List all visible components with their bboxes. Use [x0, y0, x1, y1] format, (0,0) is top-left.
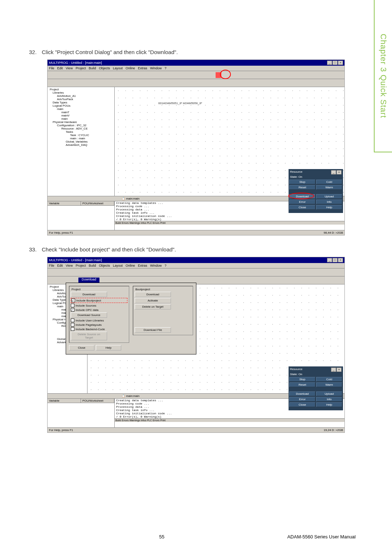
stop-button[interactable]: Stop: [289, 377, 315, 382]
toolbar-btn[interactable]: [55, 269, 62, 276]
tree-item[interactable]: Task : CYCLIC: [48, 134, 114, 137]
delete-on-target-button[interactable]: Delete on Target: [135, 304, 171, 309]
download-boot-button[interactable]: Download: [135, 292, 171, 297]
stop-button[interactable]: Stop: [289, 180, 315, 184]
tree-item[interactable]: Advantech_DAQ: [48, 143, 114, 147]
tree-item[interactable]: mainT: [48, 111, 114, 114]
menu-extras[interactable]: Extras: [138, 264, 147, 267]
close-icon[interactable]: ×: [338, 258, 343, 262]
menu-build[interactable]: Build: [89, 264, 96, 267]
toolbar-btn[interactable]: [110, 72, 117, 78]
download-button[interactable]: Download: [71, 292, 107, 297]
toolbar-btn[interactable]: [85, 80, 91, 86]
minimize-icon[interactable]: _: [331, 368, 336, 372]
menu-view[interactable]: View: [66, 264, 73, 267]
info-button[interactable]: Info: [316, 397, 342, 402]
toolbar-btn[interactable]: [126, 72, 132, 78]
tree-item[interactable]: Project: [48, 88, 114, 91]
menu-extras[interactable]: Extras: [138, 66, 147, 70]
toolbar-btn[interactable]: [55, 277, 62, 284]
download-button[interactable]: Download: [289, 391, 315, 396]
pou-col[interactable]: POU/Worksheet: [81, 399, 114, 403]
toolbar-btn[interactable]: [142, 72, 148, 78]
error-button[interactable]: Error: [289, 200, 315, 204]
pou-col[interactable]: POU/Worksheet: [81, 201, 114, 205]
project-control-dialog-button[interactable]: [215, 72, 222, 78]
maximize-icon[interactable]: □: [332, 258, 338, 262]
upload-button[interactable]: Upload: [316, 391, 342, 396]
close-icon[interactable]: ×: [336, 368, 342, 372]
close-button[interactable]: Close: [289, 402, 315, 407]
editor-canvas[interactable]: 001ADAM5051_8* ADAM5056_8* Resource _× S…: [115, 87, 344, 196]
download-file-button[interactable]: Download File: [135, 327, 171, 333]
include-pagelayouts-checkbox[interactable]: Include Pagelayouts: [71, 323, 127, 327]
include-sources-checkbox[interactable]: Include Sources: [71, 304, 127, 307]
activate-button[interactable]: Activate: [135, 298, 171, 303]
toolbar-btn[interactable]: [78, 72, 85, 78]
help-button[interactable]: Help: [96, 345, 121, 350]
close-icon[interactable]: ×: [336, 170, 342, 175]
include-backend-checkbox[interactable]: Include Backend-Code: [71, 327, 127, 331]
help-button[interactable]: Help: [316, 402, 342, 407]
minimize-icon[interactable]: _: [327, 61, 332, 65]
menu-online[interactable]: Online: [126, 264, 135, 267]
toolbar-btn[interactable]: [62, 72, 69, 78]
toolbar-btn[interactable]: [133, 72, 139, 78]
menu-online[interactable]: Online: [126, 66, 135, 70]
menu-view[interactable]: View: [66, 66, 73, 70]
menu-objects[interactable]: Objects: [99, 66, 110, 70]
tree-item[interactable]: Global_Variables: [48, 140, 114, 143]
toolbar-btn[interactable]: [69, 80, 75, 86]
toolbar-btn[interactable]: [101, 72, 107, 78]
error-button[interactable]: Error: [289, 397, 315, 402]
menu-help[interactable]: ?: [165, 264, 167, 267]
project-tree[interactable]: Project Libraries AdvMotion_A1 AdvTooPac…: [48, 87, 115, 196]
toolbar-btn[interactable]: [176, 72, 183, 78]
toolbar-btn[interactable]: [206, 72, 213, 78]
close-button[interactable]: Close: [69, 345, 94, 350]
menu-layout[interactable]: Layout: [113, 264, 123, 267]
toolbar-btn[interactable]: [48, 80, 55, 86]
menu-layout[interactable]: Layout: [113, 66, 123, 70]
reset-button[interactable]: Reset: [289, 382, 315, 387]
toolbar-btn[interactable]: [62, 80, 69, 86]
warm-button[interactable]: Warm: [316, 185, 342, 190]
tree-item[interactable]: mainV: [48, 114, 114, 117]
toolbar-btn[interactable]: [48, 269, 55, 276]
variable-col[interactable]: Variable: [48, 399, 81, 403]
toolbar-btn[interactable]: [199, 72, 206, 78]
tree-item[interactable]: Resource : ADV_CE: [48, 127, 114, 130]
output-tabs[interactable]: Build Errors Warnings Infos PLC Errors P…: [115, 221, 344, 225]
toolbar-btn[interactable]: [71, 72, 78, 78]
output-tabs[interactable]: Build Errors Warnings Infos PLC Errors P…: [115, 418, 344, 422]
toolbar-btn[interactable]: [156, 72, 162, 78]
toolbar-btn[interactable]: [185, 72, 192, 78]
tree-item[interactable]: AdvTooPack: [48, 98, 114, 101]
tree-item[interactable]: AdvMotion_A1: [48, 94, 114, 98]
upload-button[interactable]: Upload: [316, 194, 342, 199]
minimize-icon[interactable]: _: [327, 258, 332, 262]
include-opc-checkbox[interactable]: Include OPC data: [71, 308, 127, 312]
menu-project[interactable]: Project: [75, 264, 86, 267]
help-button[interactable]: Help: [316, 205, 342, 210]
toolbar-btn[interactable]: [87, 72, 94, 78]
toolbar-btn[interactable]: [94, 72, 101, 78]
include-userlib-checkbox[interactable]: Include User-Libraries: [71, 319, 127, 322]
download-source-button[interactable]: Download Source: [71, 312, 107, 318]
toolbar-btn[interactable]: [55, 80, 62, 86]
menu-edit[interactable]: Edit: [57, 66, 63, 70]
tree-item[interactable]: Configuration : IPC_32: [48, 124, 114, 127]
toolbar-btn[interactable]: [55, 72, 62, 78]
variable-col[interactable]: Variable: [48, 201, 81, 205]
tree-item[interactable]: Libraries: [48, 91, 114, 94]
toolbar-btn[interactable]: [163, 72, 169, 78]
menu-project[interactable]: Project: [75, 66, 86, 70]
menu-build[interactable]: Build: [89, 66, 96, 70]
menu-file[interactable]: File: [49, 264, 54, 267]
cold-button[interactable]: Cold: [316, 180, 342, 184]
close-button[interactable]: Close: [289, 205, 315, 210]
info-button[interactable]: Info: [316, 200, 342, 204]
maximize-icon[interactable]: □: [332, 61, 338, 65]
menu-window[interactable]: Window: [150, 264, 162, 267]
toolbar-btn[interactable]: [117, 72, 123, 78]
